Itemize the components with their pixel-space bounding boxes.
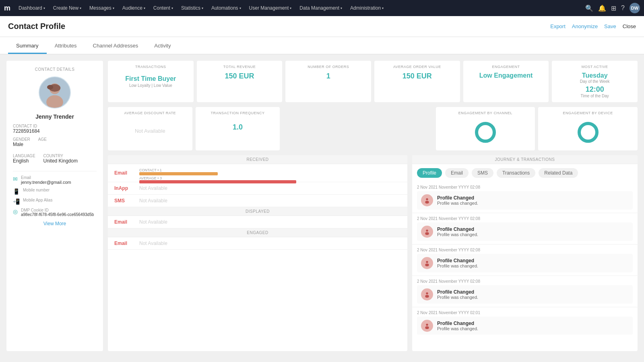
- journey-panel: JOURNEY & TRANSACTIONS Profile Email SMS…: [412, 155, 638, 351]
- event-timestamp: 2 Nov 2021 November YYYY 02:01: [417, 311, 633, 315]
- nav-content[interactable]: Content▾: [150, 0, 176, 16]
- tab-channel-addresses[interactable]: Channel Addresses: [85, 37, 147, 54]
- svg-point-15: [426, 324, 428, 326]
- svg-point-7: [426, 198, 428, 200]
- avatar: [39, 76, 71, 109]
- tab-summary[interactable]: Summary: [8, 37, 47, 54]
- journey-tab-related-data[interactable]: Related Data: [539, 168, 578, 178]
- page-actions: Export Anonymize Save Close: [550, 23, 636, 29]
- tab-attributes[interactable]: Attributes: [47, 37, 85, 54]
- contact-language-field: Language English: [13, 154, 35, 164]
- svg-point-4: [47, 85, 53, 89]
- journey-tabs: Profile Email SMS Transactions Related D…: [412, 164, 638, 182]
- engaged-label: ENGAGED: [108, 228, 407, 237]
- svg-point-14: [425, 295, 429, 298]
- avg-discount-card: AVERAGE DISCOUNT RATE Not Available: [108, 107, 192, 150]
- contact-details-label: CONTACT DETAILS: [13, 67, 97, 72]
- received-email-bar: CONTACT • 1 AVERAGE • 3: [139, 167, 401, 179]
- nav-statistics[interactable]: Statistics▾: [178, 0, 206, 16]
- search-icon[interactable]: 🔍: [585, 4, 593, 12]
- logo: m: [4, 4, 10, 12]
- svg-point-8: [425, 201, 429, 204]
- contact-panel: CONTACT DETAILS Jenny Trender Contact ID…: [6, 61, 103, 351]
- navbar: m Dashboard▾ Create New▾ Messages▾ Audie…: [0, 0, 644, 16]
- contact-mobile-row: 📱 Mobile number: [13, 188, 97, 195]
- nav-audience[interactable]: Audience▾: [119, 0, 149, 16]
- bell-icon[interactable]: 🔔: [598, 4, 606, 12]
- svg-point-16: [425, 326, 429, 329]
- event-body: Profile Changed Profile was changed.: [417, 191, 633, 210]
- engaged-email-row: Email Not Available: [108, 237, 407, 250]
- event-desc: Profile was changed.: [437, 326, 478, 331]
- engagement-channel-card: ENGAGEMENT BY CHANNEL: [436, 107, 535, 150]
- engagement-card: ENGAGEMENT Low Engagement: [463, 61, 549, 102]
- contact-country-field: Country United Kingdom: [43, 154, 78, 164]
- orders-card: NUMBER OF ORDERS 1: [285, 61, 371, 102]
- transactions-card: TRANSACTIONS First Time Buyer Low Loyalt…: [108, 61, 194, 102]
- nav-messages[interactable]: Messages▾: [86, 0, 118, 16]
- event-timestamp: 2 Nov 2021 November YYYY 02:08: [417, 216, 633, 221]
- avg-order-card: AVERAGE ORDER VALUE 150 EUR: [374, 61, 460, 102]
- user-avatar[interactable]: DW: [630, 3, 640, 13]
- event-body: Profile Changed Profile was changed.: [417, 222, 633, 241]
- view-more-button[interactable]: View More: [13, 221, 97, 226]
- most-active-card: MOST ACTIVE Tuesday Day of the Week 12:0…: [552, 61, 638, 102]
- nav-create-new[interactable]: Create New▾: [50, 0, 85, 16]
- revenue-card: TOTAL REVENUE 150 EUR: [197, 61, 283, 102]
- mobile-icon: 📱: [13, 188, 20, 195]
- stats-row-second: AVERAGE DISCOUNT RATE Not Available TRAN…: [108, 107, 638, 150]
- nav-data-management[interactable]: Data Management▾: [296, 0, 345, 16]
- nav-user-management[interactable]: User Management▾: [246, 0, 295, 16]
- anonymize-button[interactable]: Anonymize: [572, 23, 598, 29]
- export-button[interactable]: Export: [550, 23, 566, 29]
- contact-mobile-app-row: 📲 Mobile App Alias: [13, 198, 97, 205]
- svg-point-13: [426, 292, 428, 294]
- event-body: Profile Changed Profile was changed.: [417, 317, 633, 335]
- svg-point-12: [425, 263, 429, 266]
- journey-tab-email[interactable]: Email: [445, 168, 469, 178]
- engagement-device-donut: [543, 118, 633, 146]
- main-content: CONTACT DETAILS Jenny Trender Contact ID…: [0, 54, 644, 358]
- grid-icon[interactable]: ⊞: [611, 4, 616, 12]
- event-desc: Profile was changed.: [437, 295, 478, 300]
- page-header: Contact Profile Export Anonymize Save Cl…: [0, 16, 644, 37]
- journey-tab-profile[interactable]: Profile: [417, 168, 442, 178]
- displayed-label: DISPLAYED: [108, 207, 407, 216]
- journey-event-2: 2 Nov 2021 November YYYY 02:08 Profile C…: [412, 245, 638, 276]
- event-profile-icon: [421, 226, 433, 238]
- svg-point-9: [426, 230, 428, 232]
- event-profile-icon: [421, 320, 433, 332]
- transaction-freq-card: TRANSACTION FREQUENCY 1.0: [196, 107, 280, 150]
- mobile-app-icon: 📲: [13, 198, 20, 205]
- tabs-bar: Summary Attributes Channel Addresses Act…: [0, 37, 644, 54]
- journey-tab-sms[interactable]: SMS: [472, 168, 493, 178]
- save-button[interactable]: Save: [604, 23, 616, 29]
- event-title: Profile Changed: [437, 289, 478, 295]
- svg-point-5: [477, 123, 494, 141]
- tab-activity[interactable]: Activity: [146, 37, 179, 54]
- dmp-icon: ◎: [13, 208, 18, 215]
- avatar-container: [13, 76, 97, 109]
- nav-dashboard[interactable]: Dashboard▾: [15, 0, 48, 16]
- engagement-panel: RECEIVED Email CONTACT • 1 AVERAGE • 3 I…: [108, 155, 407, 351]
- svg-point-6: [579, 123, 597, 141]
- nav-automations[interactable]: Automations▾: [208, 0, 244, 16]
- close-button[interactable]: Close: [623, 23, 636, 29]
- stats-row-top: TRANSACTIONS First Time Buyer Low Loyalt…: [108, 61, 638, 102]
- displayed-email-row: Email Not Available: [108, 216, 407, 228]
- help-icon[interactable]: ?: [621, 4, 625, 12]
- event-title: Profile Changed: [437, 258, 478, 263]
- contact-id-field: Contact ID 7228591684: [13, 124, 97, 134]
- event-profile-icon: [421, 288, 433, 300]
- contact-name: Jenny Trender: [13, 113, 97, 120]
- event-profile-icon: [421, 194, 433, 206]
- nav-administration[interactable]: Administration▾: [347, 0, 387, 16]
- journey-tab-transactions[interactable]: Transactions: [497, 168, 535, 178]
- journey-event-0: 2 Nov 2021 November YYYY 02:08 Profile C…: [412, 182, 638, 213]
- engagement-device-card: ENGAGEMENT BY DEVICE: [538, 107, 638, 150]
- event-profile-icon: [421, 257, 433, 269]
- received-email-row: Email CONTACT • 1 AVERAGE • 3: [108, 164, 407, 182]
- journey-event-3: 2 Nov 2021 November YYYY 02:08 Profile C…: [412, 276, 638, 307]
- contact-age-field: Age: [38, 137, 47, 147]
- event-title: Profile Changed: [437, 226, 478, 232]
